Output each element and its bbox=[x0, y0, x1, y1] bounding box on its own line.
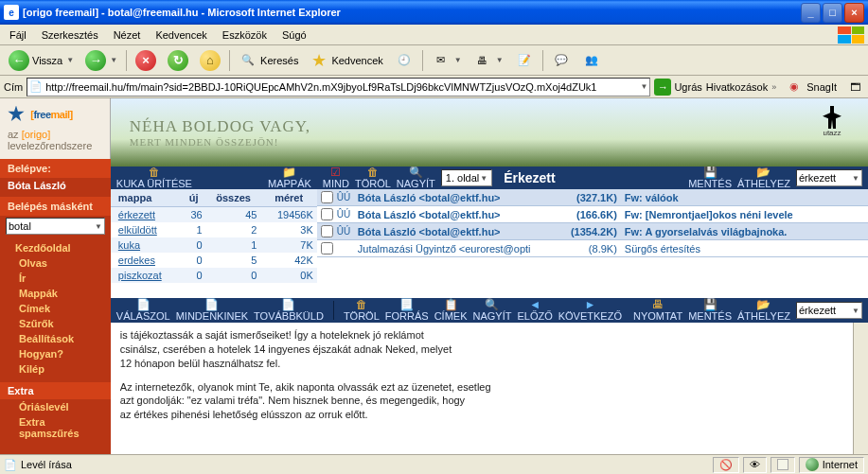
folder-name[interactable]: piszkozat bbox=[118, 270, 162, 281]
folders-button[interactable]: 📁MAPPÁK bbox=[268, 167, 311, 189]
print-button[interactable]: 🖶▼ bbox=[469, 48, 508, 73]
menu-view[interactable]: Nézet bbox=[106, 27, 149, 43]
nav-help[interactable]: Hogyan? bbox=[0, 346, 111, 361]
menu-favorites[interactable]: Kedvencek bbox=[148, 27, 214, 43]
reader-zoom-button[interactable]: 🔍NAGYÍT bbox=[472, 299, 511, 322]
folder-name[interactable]: érkezett bbox=[118, 209, 155, 220]
address-input[interactable]: 📄 http://freemail.hu/fm/main?sid=2BBDJ-1… bbox=[27, 78, 650, 97]
login-alt-select[interactable]: botal▼ bbox=[6, 218, 105, 235]
page-select[interactable]: 1. oldal ▼ bbox=[441, 169, 492, 186]
back-button[interactable]: ←Vissza▼ bbox=[4, 48, 79, 73]
status-pane bbox=[771, 457, 795, 473]
menu-tools[interactable]: Eszközök bbox=[215, 27, 275, 43]
nav-addresses[interactable]: Címek bbox=[0, 301, 111, 316]
message-subject: Fw: [Nemrontjael]okos néni levele bbox=[625, 209, 864, 220]
menu-help[interactable]: Súgó bbox=[275, 27, 314, 43]
banner-ad[interactable]: NÉHA BOLDOG VAGY, MERT MINDEN ÖSSZEJÖN! … bbox=[111, 98, 868, 167]
move-target-select[interactable]: érkezett▼ bbox=[796, 169, 862, 186]
folder-row[interactable]: kuka017K bbox=[111, 237, 317, 253]
snagit-button[interactable]: ◉SnagIt bbox=[780, 75, 841, 99]
folder-name[interactable]: erdekes bbox=[118, 255, 155, 266]
refresh-button[interactable]: ↻ bbox=[163, 48, 193, 73]
message-checkbox[interactable] bbox=[321, 242, 333, 255]
folder-row[interactable]: érkezett364519456K bbox=[111, 207, 317, 223]
col-new[interactable]: új bbox=[182, 189, 206, 207]
nav-bigmail[interactable]: Óriáslevél bbox=[0, 399, 111, 414]
prev-button[interactable]: ◄ELŐZŐ bbox=[517, 299, 552, 322]
select-all-button[interactable]: ☑MIND bbox=[323, 167, 349, 189]
nav-settings[interactable]: Beállítások bbox=[0, 331, 111, 346]
col-all[interactable]: összes bbox=[206, 189, 261, 207]
folder-title: Érkezett bbox=[498, 170, 682, 185]
folder-row[interactable]: piszkozat000K bbox=[111, 268, 317, 283]
message-row[interactable]: Jutalmazási Ügyintző <eurorest@opti(8.9K… bbox=[317, 240, 868, 257]
nav-read[interactable]: Olvas bbox=[0, 255, 111, 271]
message-checkbox[interactable] bbox=[321, 225, 333, 237]
folder-size: 19456K bbox=[260, 207, 316, 223]
reader-move-label: ÁTHELYEZ bbox=[737, 311, 790, 322]
folder-name[interactable]: kuka bbox=[118, 239, 140, 251]
move-button[interactable]: 📂ÁTHELYEZ bbox=[737, 167, 790, 189]
message-row[interactable]: ÛÚBóta László <botal@ektf.hu>(166.6K)Fw:… bbox=[317, 206, 868, 223]
home-button[interactable]: ⌂ bbox=[195, 48, 225, 73]
nav-extra[interactable]: Extra bbox=[0, 382, 111, 399]
message-row[interactable]: ÛÚBóta László <botal@ektf.hu>(327.1K)Fw:… bbox=[317, 189, 868, 206]
addresses-label: CÍMEK bbox=[434, 311, 468, 322]
messenger-button[interactable]: 👥 bbox=[577, 48, 606, 73]
message-checkbox[interactable] bbox=[321, 208, 333, 220]
reply-button[interactable]: 📄VÁLASZOL bbox=[116, 299, 170, 322]
save-button[interactable]: 💾MENTÉS bbox=[688, 167, 732, 189]
zone-label: Internet bbox=[823, 459, 858, 470]
folder-row[interactable]: elküldött123K bbox=[111, 222, 317, 237]
folder-pane: 🗑KUKA ÜRÍTÉSE 📁MAPPÁK mappa új összes mé… bbox=[111, 167, 317, 298]
delete-button[interactable]: 🗑TÖRÖL bbox=[355, 167, 391, 189]
reader-move-button[interactable]: 📂ÁTHELYEZ bbox=[737, 299, 790, 322]
menu-edit[interactable]: Szerkesztés bbox=[34, 27, 106, 43]
reader-move-select[interactable]: érkezett▼ bbox=[796, 302, 862, 319]
message-checkbox[interactable] bbox=[321, 191, 333, 203]
message-row[interactable]: ÛÚBóta László <botal@ektf.hu>(1354.2K)Fw… bbox=[317, 223, 868, 240]
reader-delete-button[interactable]: 🗑TÖRÖL bbox=[344, 299, 380, 322]
empty-trash-button[interactable]: 🗑KUKA ÜRÍTÉSE bbox=[116, 167, 192, 189]
source-button[interactable]: 📃FORRÁS bbox=[385, 299, 429, 322]
nav-home[interactable]: Kezdőoldal bbox=[0, 240, 111, 255]
maximize-button[interactable]: □ bbox=[823, 3, 842, 23]
zoom-button[interactable]: 🔍NAGYÍT bbox=[397, 167, 435, 189]
history-button[interactable]: 🕘 bbox=[390, 48, 418, 73]
snagit-icon: ◉ bbox=[785, 78, 804, 97]
menu-file[interactable]: Fájl bbox=[2, 27, 34, 43]
favorites-button[interactable]: ★Kedvencek bbox=[305, 48, 387, 73]
edit-button[interactable]: 📝 bbox=[510, 48, 539, 73]
reader-print-button[interactable]: 🖶NYOMTAT bbox=[633, 299, 682, 322]
discuss-button[interactable]: 💬 bbox=[547, 48, 576, 73]
nav-spam[interactable]: Extra spamszűrés bbox=[0, 414, 111, 441]
nav-folders[interactable]: Mappák bbox=[0, 286, 111, 301]
chevron-down-icon: ▼ bbox=[95, 222, 102, 231]
stop-button[interactable]: × bbox=[131, 48, 161, 73]
folder-name[interactable]: elküldött bbox=[118, 224, 157, 236]
nav-write[interactable]: Ír bbox=[0, 271, 111, 286]
go-button[interactable]: →Ugrás bbox=[654, 79, 701, 96]
reader-save-button[interactable]: 💾MENTÉS bbox=[688, 299, 732, 322]
search-button[interactable]: 🔍Keresés bbox=[234, 48, 303, 73]
forward-button[interactable]: 📄TOVÁBBKÜLD bbox=[254, 299, 324, 322]
links-label[interactable]: Hivatkozások bbox=[706, 81, 768, 93]
address-dropdown-icon[interactable]: ▼ bbox=[640, 82, 647, 91]
mail-button[interactable]: ✉▼ bbox=[427, 48, 467, 73]
forward-button[interactable]: →▼ bbox=[80, 48, 122, 73]
close-button[interactable]: × bbox=[844, 3, 864, 23]
snagit-window-icon[interactable]: 🗔 bbox=[845, 78, 864, 97]
col-size[interactable]: méret bbox=[260, 189, 316, 207]
scrollbar[interactable] bbox=[853, 323, 868, 454]
folder-row[interactable]: erdekes0542K bbox=[111, 253, 317, 268]
reply-all-button[interactable]: 📄MINDENKINEK bbox=[176, 299, 248, 322]
minimize-button[interactable]: _ bbox=[801, 3, 821, 23]
nav-logout[interactable]: Kilép bbox=[0, 361, 111, 377]
col-folder[interactable]: mappa bbox=[111, 189, 182, 207]
links-chevron-icon[interactable]: » bbox=[771, 82, 776, 92]
security-zone[interactable]: Internet bbox=[799, 457, 864, 473]
message-from: Bóta László <botal@ektf.hu> bbox=[358, 192, 557, 203]
addresses-button[interactable]: 📋CÍMEK bbox=[434, 299, 468, 322]
next-button[interactable]: ►KÖVETKEZŐ bbox=[558, 299, 622, 322]
nav-filters[interactable]: Szűrők bbox=[0, 316, 111, 331]
